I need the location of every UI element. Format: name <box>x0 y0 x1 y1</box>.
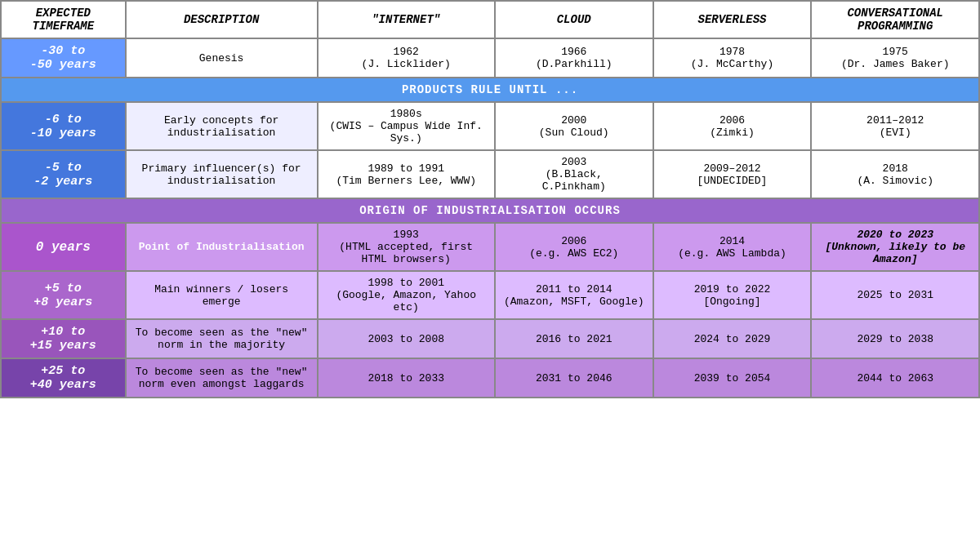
header-row: EXPECTED TIMEFRAME DESCRIPTION "INTERNET… <box>1 1 979 38</box>
conv-norm-laggards: 2044 to 2063 <box>811 358 979 398</box>
timeframe-norm-majority: +10 to +15 years <box>1 319 126 358</box>
row-main-winners: +5 to +8 yearsMain winners / losers emer… <box>1 271 979 319</box>
serverless-influencer: 2009–2012 [UNDECIDED] <box>653 150 812 198</box>
internet-norm-laggards: 2018 to 2033 <box>318 358 495 398</box>
cloud-genesis: 1966 (D.Parkhill) <box>495 38 653 78</box>
desc-early: Early concepts for industrialisation <box>126 102 318 150</box>
cloud-influencer: 2003 (B.Black, C.Pinkham) <box>495 150 653 198</box>
internet-point: 1993 (HTML accepted, first HTML browsers… <box>318 223 495 271</box>
timeframe-point: 0 years <box>1 223 126 271</box>
cloud-early: 2000 (Sun Cloud) <box>495 102 653 150</box>
row-genesis: -30 to -50 yearsGenesis1962 (J. Licklide… <box>1 38 979 78</box>
desc-influencer: Primary influencer(s) for industrialisat… <box>126 150 318 198</box>
conv-winners: 2025 to 2031 <box>811 271 979 319</box>
serverless-genesis: 1978 (J. McCarthy) <box>653 38 812 78</box>
serverless-point: 2014 (e.g. AWS Lambda) <box>653 223 812 271</box>
serverless-norm-laggards: 2039 to 2054 <box>653 358 812 398</box>
conv-early: 2011–2012 (EVI) <box>811 102 979 150</box>
desc-winners: Main winners / losers emerge <box>126 271 318 319</box>
timeframe-winners: +5 to +8 years <box>1 271 126 319</box>
divider-origin-text: ORIGIN OF INDUSTRIALISATION OCCURS <box>1 198 979 223</box>
cloud-winners: 2011 to 2014 (Amazon, MSFT, Google) <box>495 271 653 319</box>
desc-norm-majority: To become seen as the "new" norm in the … <box>126 319 318 358</box>
timeframe-norm-laggards: +25 to +40 years <box>1 358 126 398</box>
conv-influencer: 2018 (A. Simovic) <box>811 150 979 198</box>
conv-norm-majority: 2029 to 2038 <box>811 319 979 358</box>
divider-origin: ORIGIN OF INDUSTRIALISATION OCCURS <box>1 198 979 223</box>
conv-point: 2020 to 2023 [Unknown, likely to be Amaz… <box>811 223 979 271</box>
timeframe-genesis: -30 to -50 years <box>1 38 126 78</box>
internet-genesis: 1962 (J. Licklider) <box>318 38 495 78</box>
cloud-point: 2006 (e.g. AWS EC2) <box>495 223 653 271</box>
header-conv: CONVERSATIONAL PROGRAMMING <box>811 1 979 38</box>
timeframe-influencer: -5 to -2 years <box>1 150 126 198</box>
serverless-norm-majority: 2024 to 2029 <box>653 319 812 358</box>
desc-genesis: Genesis <box>126 38 318 78</box>
desc-norm-laggards: To become seen as the "new" norm even am… <box>126 358 318 398</box>
row-early-concepts: -6 to -10 yearsEarly concepts for indust… <box>1 102 979 150</box>
row-new-norm-majority: +10 to +15 yearsTo become seen as the "n… <box>1 319 979 358</box>
serverless-early: 2006 (Zimki) <box>653 102 812 150</box>
row-new-norm-laggards: +25 to +40 yearsTo become seen as the "n… <box>1 358 979 398</box>
main-table: EXPECTED TIMEFRAME DESCRIPTION "INTERNET… <box>0 0 980 398</box>
desc-point: Point of Industrialisation <box>126 223 318 271</box>
row-point-industrialisation: 0 yearsPoint of Industrialisation1993 (H… <box>1 223 979 271</box>
internet-influencer: 1989 to 1991 (Tim Berners Lee, WWW) <box>318 150 495 198</box>
conv-genesis: 1975 (Dr. James Baker) <box>811 38 979 78</box>
header-description: DESCRIPTION <box>126 1 318 38</box>
serverless-winners: 2019 to 2022 [Ongoing] <box>653 271 812 319</box>
internet-norm-majority: 2003 to 2008 <box>318 319 495 358</box>
header-timeframe: EXPECTED TIMEFRAME <box>1 1 126 38</box>
internet-winners: 1998 to 2001 (Google, Amazon, Yahoo etc) <box>318 271 495 319</box>
cloud-norm-majority: 2016 to 2021 <box>495 319 653 358</box>
row-primary-influencer: -5 to -2 yearsPrimary influencer(s) for … <box>1 150 979 198</box>
cloud-norm-laggards: 2031 to 2046 <box>495 358 653 398</box>
divider-products-rule: PRODUCTS RULE UNTIL ... <box>1 78 979 102</box>
header-serverless: SERVERLESS <box>653 1 812 38</box>
internet-early: 1980s (CWIS – Campus Wide Inf. Sys.) <box>318 102 495 150</box>
header-cloud: CLOUD <box>495 1 653 38</box>
divider-products-rule-text: PRODUCTS RULE UNTIL ... <box>1 78 979 102</box>
timeframe-early: -6 to -10 years <box>1 102 126 150</box>
header-internet: "INTERNET" <box>318 1 495 38</box>
